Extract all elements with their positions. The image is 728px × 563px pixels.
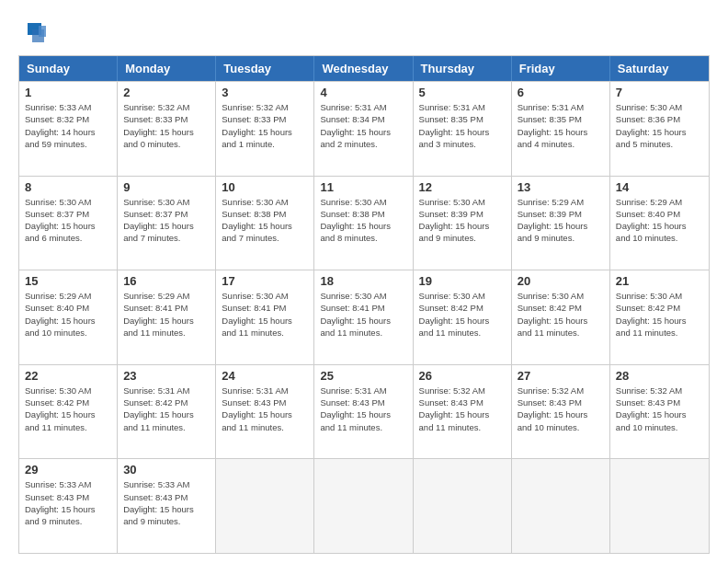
day-cell-26: 26Sunrise: 5:32 AMSunset: 8:43 PMDayligh… xyxy=(414,365,512,459)
day-info: Sunrise: 5:33 AMSunset: 8:32 PMDaylight:… xyxy=(25,101,111,150)
day-cell-28: 28Sunrise: 5:32 AMSunset: 8:43 PMDayligh… xyxy=(610,365,709,459)
header-thursday: Thursday xyxy=(414,56,512,81)
day-cell-9: 9Sunrise: 5:30 AMSunset: 8:37 PMDaylight… xyxy=(118,177,216,270)
day-number: 3 xyxy=(222,86,308,99)
day-cell-25: 25Sunrise: 5:31 AMSunset: 8:43 PMDayligh… xyxy=(314,365,413,459)
day-number: 26 xyxy=(419,369,506,383)
day-number: 11 xyxy=(320,180,406,194)
day-info: Sunrise: 5:30 AMSunset: 8:39 PMDaylight:… xyxy=(419,196,506,245)
day-info: Sunrise: 5:30 AMSunset: 8:36 PMDaylight:… xyxy=(616,101,703,150)
day-number: 28 xyxy=(616,369,703,383)
day-info: Sunrise: 5:32 AMSunset: 8:43 PMDaylight:… xyxy=(419,385,506,433)
day-number: 5 xyxy=(419,86,506,99)
empty-cell xyxy=(512,459,610,553)
day-cell-23: 23Sunrise: 5:31 AMSunset: 8:42 PMDayligh… xyxy=(118,365,216,459)
day-number: 2 xyxy=(123,86,210,99)
day-info: Sunrise: 5:31 AMSunset: 8:34 PMDaylight:… xyxy=(320,101,406,150)
day-info: Sunrise: 5:33 AMSunset: 8:43 PMDaylight:… xyxy=(123,478,210,527)
day-number: 22 xyxy=(25,369,111,383)
empty-cell xyxy=(610,459,709,553)
week-row-3: 15Sunrise: 5:29 AMSunset: 8:40 PMDayligh… xyxy=(19,270,709,364)
day-number: 19 xyxy=(419,274,506,288)
day-number: 7 xyxy=(616,86,703,99)
day-info: Sunrise: 5:30 AMSunset: 8:42 PMDaylight:… xyxy=(419,290,506,339)
day-cell-22: 22Sunrise: 5:30 AMSunset: 8:42 PMDayligh… xyxy=(19,365,118,459)
day-number: 4 xyxy=(320,86,406,99)
day-cell-18: 18Sunrise: 5:30 AMSunset: 8:41 PMDayligh… xyxy=(314,270,413,364)
day-number: 14 xyxy=(616,180,703,194)
day-info: Sunrise: 5:31 AMSunset: 8:42 PMDaylight:… xyxy=(123,385,210,433)
day-number: 20 xyxy=(518,274,604,288)
day-number: 25 xyxy=(320,369,406,383)
day-info: Sunrise: 5:31 AMSunset: 8:35 PMDaylight:… xyxy=(419,101,506,150)
empty-cell xyxy=(314,459,413,553)
day-number: 16 xyxy=(123,274,210,288)
day-cell-30: 30Sunrise: 5:33 AMSunset: 8:43 PMDayligh… xyxy=(118,459,216,553)
day-info: Sunrise: 5:29 AMSunset: 8:39 PMDaylight:… xyxy=(518,196,604,245)
day-cell-3: 3Sunrise: 5:32 AMSunset: 8:33 PMDaylight… xyxy=(216,82,314,176)
day-cell-1: 1Sunrise: 5:33 AMSunset: 8:32 PMDaylight… xyxy=(19,82,118,176)
week-row-4: 22Sunrise: 5:30 AMSunset: 8:42 PMDayligh… xyxy=(19,364,709,459)
week-row-5: 29Sunrise: 5:33 AMSunset: 8:43 PMDayligh… xyxy=(19,458,709,553)
day-number: 23 xyxy=(123,369,210,383)
day-info: Sunrise: 5:30 AMSunset: 8:37 PMDaylight:… xyxy=(25,196,111,245)
day-info: Sunrise: 5:29 AMSunset: 8:41 PMDaylight:… xyxy=(123,290,210,339)
logo xyxy=(18,18,50,46)
day-info: Sunrise: 5:30 AMSunset: 8:41 PMDaylight:… xyxy=(320,290,406,339)
header-monday: Monday xyxy=(118,56,216,81)
day-cell-15: 15Sunrise: 5:29 AMSunset: 8:40 PMDayligh… xyxy=(19,270,118,364)
day-cell-24: 24Sunrise: 5:31 AMSunset: 8:43 PMDayligh… xyxy=(216,365,314,459)
day-cell-10: 10Sunrise: 5:30 AMSunset: 8:38 PMDayligh… xyxy=(216,177,314,270)
day-info: Sunrise: 5:32 AMSunset: 8:43 PMDaylight:… xyxy=(518,385,604,433)
svg-marker-2 xyxy=(39,26,46,37)
day-cell-6: 6Sunrise: 5:31 AMSunset: 8:35 PMDaylight… xyxy=(512,82,610,176)
day-info: Sunrise: 5:30 AMSunset: 8:38 PMDaylight:… xyxy=(222,196,308,245)
day-cell-27: 27Sunrise: 5:32 AMSunset: 8:43 PMDayligh… xyxy=(512,365,610,459)
day-number: 21 xyxy=(616,274,703,288)
day-cell-8: 8Sunrise: 5:30 AMSunset: 8:37 PMDaylight… xyxy=(19,177,118,270)
day-info: Sunrise: 5:30 AMSunset: 8:42 PMDaylight:… xyxy=(616,290,703,339)
day-cell-17: 17Sunrise: 5:30 AMSunset: 8:41 PMDayligh… xyxy=(216,270,314,364)
day-number: 18 xyxy=(320,274,406,288)
header-tuesday: Tuesday xyxy=(216,56,314,81)
day-number: 8 xyxy=(25,180,111,194)
day-info: Sunrise: 5:32 AMSunset: 8:33 PMDaylight:… xyxy=(222,101,308,150)
day-info: Sunrise: 5:32 AMSunset: 8:33 PMDaylight:… xyxy=(123,101,210,150)
header-friday: Friday xyxy=(512,56,610,81)
header-wednesday: Wednesday xyxy=(314,56,413,81)
day-number: 6 xyxy=(518,86,604,99)
day-number: 1 xyxy=(25,86,111,99)
day-cell-21: 21Sunrise: 5:30 AMSunset: 8:42 PMDayligh… xyxy=(610,270,709,364)
day-cell-16: 16Sunrise: 5:29 AMSunset: 8:41 PMDayligh… xyxy=(118,270,216,364)
day-cell-5: 5Sunrise: 5:31 AMSunset: 8:35 PMDaylight… xyxy=(414,82,512,176)
day-cell-12: 12Sunrise: 5:30 AMSunset: 8:39 PMDayligh… xyxy=(414,177,512,270)
day-info: Sunrise: 5:29 AMSunset: 8:40 PMDaylight:… xyxy=(25,290,111,339)
day-cell-14: 14Sunrise: 5:29 AMSunset: 8:40 PMDayligh… xyxy=(610,177,709,270)
day-info: Sunrise: 5:33 AMSunset: 8:43 PMDaylight:… xyxy=(25,478,111,527)
day-number: 9 xyxy=(123,180,210,194)
calendar-header: SundayMondayTuesdayWednesdayThursdayFrid… xyxy=(19,56,709,81)
week-row-1: 1Sunrise: 5:33 AMSunset: 8:32 PMDaylight… xyxy=(19,81,709,176)
day-cell-2: 2Sunrise: 5:32 AMSunset: 8:33 PMDaylight… xyxy=(118,82,216,176)
calendar: SundayMondayTuesdayWednesdayThursdayFrid… xyxy=(18,55,710,554)
day-number: 27 xyxy=(518,369,604,383)
header-saturday: Saturday xyxy=(610,56,709,81)
week-row-2: 8Sunrise: 5:30 AMSunset: 8:37 PMDaylight… xyxy=(19,176,709,270)
day-info: Sunrise: 5:30 AMSunset: 8:42 PMDaylight:… xyxy=(518,290,604,339)
day-number: 13 xyxy=(518,180,604,194)
day-cell-11: 11Sunrise: 5:30 AMSunset: 8:38 PMDayligh… xyxy=(314,177,413,270)
day-cell-7: 7Sunrise: 5:30 AMSunset: 8:36 PMDaylight… xyxy=(610,82,709,176)
header-sunday: Sunday xyxy=(19,56,118,81)
calendar-body: 1Sunrise: 5:33 AMSunset: 8:32 PMDaylight… xyxy=(19,81,709,553)
day-info: Sunrise: 5:31 AMSunset: 8:35 PMDaylight:… xyxy=(518,101,604,150)
day-number: 15 xyxy=(25,274,111,288)
day-cell-20: 20Sunrise: 5:30 AMSunset: 8:42 PMDayligh… xyxy=(512,270,610,364)
day-number: 30 xyxy=(123,463,210,477)
day-info: Sunrise: 5:32 AMSunset: 8:43 PMDaylight:… xyxy=(616,385,703,433)
day-info: Sunrise: 5:30 AMSunset: 8:42 PMDaylight:… xyxy=(25,385,111,433)
day-number: 17 xyxy=(222,274,308,288)
day-number: 12 xyxy=(419,180,506,194)
day-number: 29 xyxy=(25,463,111,477)
day-info: Sunrise: 5:31 AMSunset: 8:43 PMDaylight:… xyxy=(222,385,308,433)
empty-cell xyxy=(216,459,314,553)
